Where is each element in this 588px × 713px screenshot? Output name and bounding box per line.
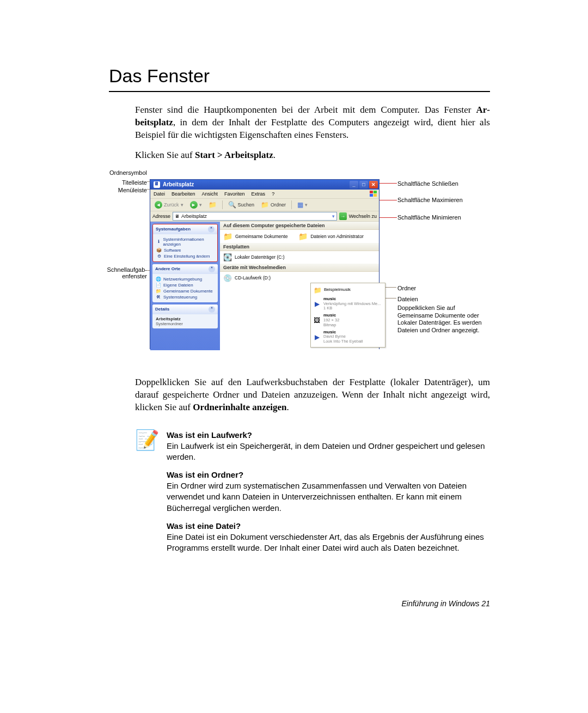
side-item-mydocs[interactable]: 📄Eigene Dateien: [156, 282, 215, 288]
forward-button[interactable]: ► ▾: [188, 200, 204, 209]
label-schnellaufgaben: Schnellaufgab­enfenster: [95, 266, 147, 279]
label-ordnersymbol: Ordnersymbol: [109, 169, 147, 176]
windows-logo-icon: [369, 191, 377, 197]
minimize-button[interactable]: _: [350, 181, 358, 188]
item-drive-c[interactable]: 💽Lokaler Datenträger (C:): [223, 253, 285, 261]
side-item-shareddocs[interactable]: 📁Gemeinsame Dokumente: [156, 288, 215, 294]
title-bar[interactable]: Arbeitsplatz _ □ ✕: [150, 180, 379, 190]
popup-folder[interactable]: 📁 Beispielmusik: [313, 285, 383, 296]
page-footer: Einführung in Windows 21: [109, 599, 490, 608]
click-instruction: Klicken Sie auf Start > Arbeitsplatz.: [135, 149, 490, 162]
item-admin-docs[interactable]: 📁Dateien von Administrator: [298, 232, 363, 241]
window-title: Arbeitsplatz: [163, 181, 194, 187]
side-item-sysinfo[interactable]: ℹSysteminformationen anzeigen: [156, 236, 214, 247]
details-title: Arbeitsplatz: [156, 316, 215, 321]
menu-ansicht[interactable]: Ansicht: [202, 191, 218, 197]
label-dateien-desc: Doppelklicken Sie auf Gemeinsame Doku­me…: [397, 304, 485, 334]
back-button[interactable]: ◄Zurück ▾: [152, 200, 186, 209]
section-stored-head: Auf diesem Computer gespeicherte Dateien: [220, 222, 379, 230]
details-sub: Systemordner: [156, 321, 215, 326]
note-icon: 📝: [135, 430, 159, 562]
address-field[interactable]: 🖥 Arbeitsplatz ▾: [173, 212, 337, 221]
menu-extras[interactable]: Extras: [252, 191, 266, 197]
section-removable-head: Geräte mit Wechselmedien: [220, 264, 379, 272]
label-btn-max: Schaltfläche Maximieren: [397, 197, 463, 203]
label-btn-close: Schaltfläche Schließen: [397, 180, 463, 187]
side-head-other[interactable]: Andere Orte˄: [152, 264, 218, 274]
popup-audio[interactable]: ▶ musicDavid ByrneLook Into The Eyeball: [313, 329, 383, 345]
intro-paragraph: Fenster sind die Hauptkomponenten bei de…: [135, 104, 490, 142]
address-label: Adresse: [152, 214, 170, 219]
my-computer-icon: [154, 181, 160, 188]
a-laufwerk: Ein Laufwerk ist ein Speichergerät, in d…: [167, 441, 490, 463]
address-bar: Adresse 🖥 Arbeitsplatz ▾ → Wechseln zu: [150, 211, 379, 222]
files-popup: 📁 Beispielmusik ▶ musicVerknüpfung mit W…: [310, 283, 385, 348]
menu-datei[interactable]: Datei: [154, 191, 165, 197]
q-ordner: Was ist ein Ordner?: [167, 470, 490, 479]
go-label: Wechseln zu: [349, 214, 377, 219]
folders-button[interactable]: 📁Ordner: [259, 200, 288, 209]
go-button[interactable]: →: [339, 212, 347, 220]
side-item-network[interactable]: 🌐Netzwerkumgebung: [156, 276, 215, 282]
window-diagram: Ordnersymbol Titelleiste Menüleiste Schn…: [93, 169, 495, 365]
label-menueleiste: Menüleiste: [118, 187, 147, 193]
popup-bitmap[interactable]: 🖼 music192 × 32Bitmap: [313, 312, 383, 328]
views-button[interactable]: ▦ ▾: [295, 200, 310, 209]
search-button[interactable]: 🔍Suchen: [226, 200, 257, 209]
q-laufwerk: Was ist ein Laufwerk?: [167, 430, 490, 440]
a-datei: Eine Datei ist ein Dokument verschiedens…: [167, 532, 490, 554]
side-head-details[interactable]: Details˄: [152, 304, 218, 314]
side-item-software[interactable]: 📦Software: [156, 247, 214, 253]
section-drives-head: Festplatten: [220, 243, 379, 251]
doubleclick-paragraph: Doppelklicken Sie auf den Laufwerksbuchs…: [135, 376, 490, 414]
side-head-tasks[interactable]: Systemaufgaben˄: [153, 224, 217, 234]
menu-bearbeiten[interactable]: Bearbeiten: [171, 191, 195, 197]
label-dateien: Dateien: [397, 296, 418, 302]
maximize-button[interactable]: □: [359, 181, 368, 188]
a-ordner: Ein Ordner wird zum systematischen Zusam…: [167, 480, 490, 514]
popup-shortcut[interactable]: ▶ musicVerknüpfung mit Windows Me...1 KB: [313, 296, 383, 312]
close-button[interactable]: ✕: [369, 181, 378, 188]
info-box: 📝 Was ist ein Laufwerk? Ein Laufwerk ist…: [135, 430, 490, 562]
menu-help[interactable]: ?: [272, 191, 274, 197]
menu-favoriten[interactable]: Favoriten: [224, 191, 245, 197]
sidebar-tasks-pane: Systemaufgaben˄ ℹSysteminformationen anz…: [150, 222, 220, 350]
label-ordner: Ordner: [397, 285, 416, 291]
toolbar: ◄Zurück ▾ ► ▾ 📁 🔍Suchen 📁Ordner ▦ ▾: [150, 199, 379, 211]
heading-rule: [109, 91, 490, 92]
menu-bar: Datei Bearbeiten Ansicht Favoriten Extra…: [150, 190, 379, 199]
label-btn-min: Schaltfläche Minimieren: [397, 214, 463, 221]
item-shared-docs[interactable]: 📁Gemeinsame Dokumente: [223, 232, 287, 241]
item-cd-d[interactable]: 💿CD-Laufwerk (D:): [223, 274, 271, 282]
side-item-settings[interactable]: ⚙Eine Einstellung ändern: [156, 253, 214, 259]
page-heading: Das Fenster: [109, 65, 490, 87]
side-item-controlpanel[interactable]: 🛠Systemsteuerung: [156, 294, 215, 300]
label-titelleiste: Titelleiste: [122, 179, 147, 186]
up-button[interactable]: 📁: [206, 200, 219, 209]
q-datei: Was ist eine Datei?: [167, 521, 490, 531]
